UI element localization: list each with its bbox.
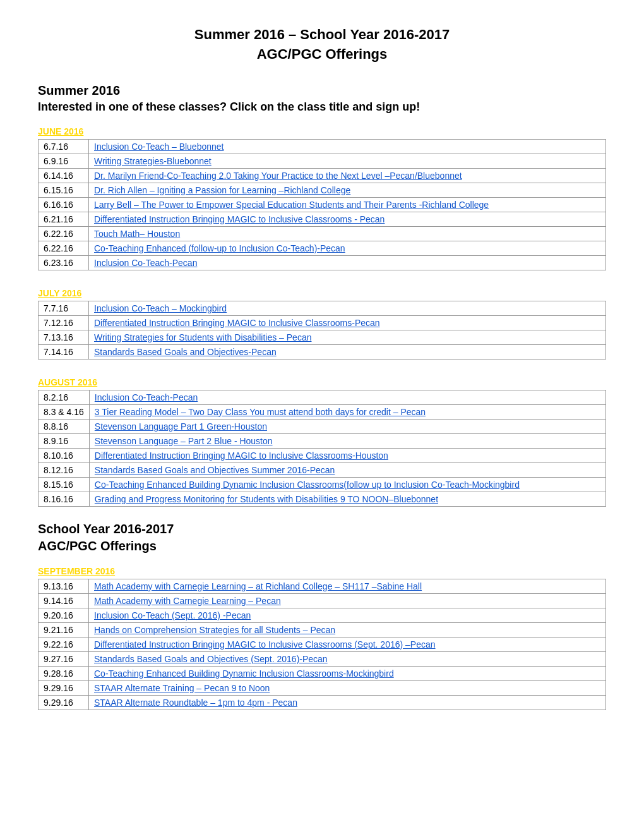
class-link-cell[interactable]: Larry Bell – The Power to Empower Specia…: [89, 197, 606, 212]
class-link-cell[interactable]: Standards Based Goals and Objectives (Se…: [89, 651, 606, 666]
class-link[interactable]: Dr. Marilyn Friend-Co-Teaching 2.0 Takin…: [94, 171, 462, 181]
class-link-cell[interactable]: Standards Based Goals and Objectives-Pec…: [89, 344, 606, 359]
class-link-cell[interactable]: Writing Strategies-Bluebonnet: [89, 154, 606, 168]
class-link[interactable]: Math Academy with Carnegie Learning – Pe…: [94, 596, 281, 606]
date-cell: 6.14.16: [39, 168, 89, 183]
class-link[interactable]: Inclusion Co-Teach-Pecan: [94, 258, 197, 268]
class-link[interactable]: Math Academy with Carnegie Learning – at…: [94, 581, 422, 591]
class-link-cell[interactable]: STAAR Alternate Training – Pecan 9 to No…: [89, 680, 606, 695]
class-link[interactable]: Standards Based Goals and Objectives Sum…: [95, 465, 335, 475]
class-link-cell[interactable]: Inclusion Co-Teach – Bluebonnet: [89, 139, 606, 154]
class-link-cell[interactable]: Differentiated Instruction Bringing MAGI…: [89, 315, 606, 330]
class-link-cell[interactable]: Math Academy with Carnegie Learning – Pe…: [89, 593, 606, 608]
class-link-cell[interactable]: STAAR Alternate Roundtable – 1pm to 4pm …: [89, 695, 606, 710]
class-link[interactable]: Writing Strategies for Students with Dis…: [94, 332, 311, 342]
date-cell: 8.15.16: [39, 477, 90, 492]
class-link-cell[interactable]: Stevenson Language – Part 2 Blue - Houst…: [89, 433, 605, 448]
class-link-cell[interactable]: Stevenson Language Part 1 Green-Houston: [89, 419, 605, 433]
class-link[interactable]: Grading and Progress Monitoring for Stud…: [95, 494, 438, 504]
class-link[interactable]: Inclusion Co-Teach – Mockingbird: [94, 303, 227, 313]
class-link-cell[interactable]: Inclusion Co-Teach (Sept. 2016) -Pecan: [89, 608, 606, 622]
class-link-cell[interactable]: Inclusion Co-Teach – Mockingbird: [89, 301, 606, 315]
table-row: 9.28.16Co-Teaching Enhanced Building Dyn…: [39, 666, 606, 680]
date-cell: 9.29.16: [39, 695, 89, 710]
class-link[interactable]: Differentiated Instruction Bringing MAGI…: [94, 639, 436, 650]
june-header: JUNE 2016: [38, 124, 606, 139]
table-row: 8.12.16Standards Based Goals and Objecti…: [39, 462, 606, 477]
date-cell: 7.12.16: [39, 315, 89, 330]
date-cell: 9.27.16: [39, 651, 89, 666]
school-year-section: School Year 2016-2017 AGC/PGC Offerings …: [38, 522, 606, 710]
class-link-cell[interactable]: Math Academy with Carnegie Learning – at…: [89, 579, 606, 593]
class-link-cell[interactable]: Co-Teaching Enhanced (follow-up to Inclu…: [89, 241, 606, 255]
class-link[interactable]: Hands on Comprehension Strategies for al…: [94, 625, 335, 635]
class-link-cell[interactable]: Hands on Comprehension Strategies for al…: [89, 622, 606, 637]
class-link[interactable]: Inclusion Co-Teach – Bluebonnet: [94, 142, 224, 152]
class-link[interactable]: STAAR Alternate Training – Pecan 9 to No…: [94, 683, 270, 693]
class-link-cell[interactable]: Differentiated Instruction Bringing MAGI…: [89, 637, 606, 651]
class-link-cell[interactable]: Inclusion Co-Teach-Pecan: [89, 390, 605, 404]
class-link-cell[interactable]: Co-Teaching Enhanced Building Dynamic In…: [89, 477, 605, 492]
class-link-cell[interactable]: Touch Math– Houston: [89, 226, 606, 241]
class-link[interactable]: 3 Tier Reading Model – Two Day Class You…: [95, 407, 426, 417]
class-link-cell[interactable]: Standards Based Goals and Objectives Sum…: [89, 462, 605, 477]
date-cell: 6.9.16: [39, 154, 89, 168]
date-cell: 8.16.16: [39, 492, 90, 506]
class-link-cell[interactable]: Co-Teaching Enhanced Building Dynamic In…: [89, 666, 606, 680]
class-link[interactable]: Writing Strategies-Bluebonnet: [94, 156, 212, 166]
table-row: 8.16.16Grading and Progress Monitoring f…: [39, 492, 606, 506]
class-link-cell[interactable]: Dr. Rich Allen – Igniting a Passion for …: [89, 183, 606, 197]
school-year-subheading: AGC/PGC Offerings: [38, 539, 606, 553]
class-link[interactable]: Inclusion Co-Teach (Sept. 2016) -Pecan: [94, 610, 251, 620]
class-link[interactable]: STAAR Alternate Roundtable – 1pm to 4pm …: [94, 698, 297, 708]
date-cell: 8.2.16: [39, 390, 90, 404]
august-section: AUGUST 2016 8.2.16Inclusion Co-Teach-Pec…: [38, 375, 606, 507]
class-link[interactable]: Touch Math– Houston: [94, 229, 180, 239]
class-link[interactable]: Standards Based Goals and Objectives-Pec…: [94, 347, 277, 357]
class-link[interactable]: Differentiated Instruction Bringing MAGI…: [94, 318, 380, 328]
class-link[interactable]: Co-Teaching Enhanced Building Dynamic In…: [94, 668, 394, 679]
table-row: 9.27.16Standards Based Goals and Objecti…: [39, 651, 606, 666]
class-link-cell[interactable]: Writing Strategies for Students with Dis…: [89, 330, 606, 344]
class-link[interactable]: Standards Based Goals and Objectives (Se…: [94, 654, 328, 664]
class-link-cell[interactable]: Differentiated Instruction Bringing MAGI…: [89, 212, 606, 226]
table-row: 6.7.16Inclusion Co-Teach – Bluebonnet: [39, 139, 606, 154]
class-link[interactable]: Differentiated Instruction Bringing MAGI…: [94, 214, 385, 224]
august-table: 8.2.16Inclusion Co-Teach-Pecan8.3 & 4.16…: [38, 390, 606, 507]
table-row: 9.29.16STAAR Alternate Training – Pecan …: [39, 680, 606, 695]
class-link[interactable]: Dr. Rich Allen – Igniting a Passion for …: [94, 185, 350, 195]
table-row: 7.13.16Writing Strategies for Students w…: [39, 330, 606, 344]
table-row: 7.12.16Differentiated Instruction Bringi…: [39, 315, 606, 330]
table-row: 8.9.16Stevenson Language – Part 2 Blue -…: [39, 433, 606, 448]
table-row: 6.9.16Writing Strategies-Bluebonnet: [39, 154, 606, 168]
class-link-cell[interactable]: Differentiated Instruction Bringing MAGI…: [89, 448, 605, 462]
class-link-cell[interactable]: Dr. Marilyn Friend-Co-Teaching 2.0 Takin…: [89, 168, 606, 183]
class-link[interactable]: Co-Teaching Enhanced Building Dynamic In…: [95, 480, 520, 490]
table-row: 6.21.16Differentiated Instruction Bringi…: [39, 212, 606, 226]
date-cell: 8.3 & 4.16: [39, 404, 90, 419]
class-link[interactable]: Larry Bell – The Power to Empower Specia…: [94, 200, 489, 210]
date-cell: 9.20.16: [39, 608, 89, 622]
date-cell: 9.13.16: [39, 579, 89, 593]
class-link[interactable]: Stevenson Language – Part 2 Blue - Houst…: [95, 436, 273, 446]
date-cell: 6.16.16: [39, 197, 89, 212]
date-cell: 8.10.16: [39, 448, 90, 462]
date-cell: 7.14.16: [39, 344, 89, 359]
date-cell: 6.22.16: [39, 241, 89, 255]
class-link-cell[interactable]: 3 Tier Reading Model – Two Day Class You…: [89, 404, 605, 419]
class-link-cell[interactable]: Grading and Progress Monitoring for Stud…: [89, 492, 605, 506]
table-row: 8.10.16Differentiated Instruction Bringi…: [39, 448, 606, 462]
date-cell: 9.21.16: [39, 622, 89, 637]
class-link[interactable]: Differentiated Instruction Bringing MAGI…: [95, 450, 388, 461]
table-row: 6.16.16Larry Bell – The Power to Empower…: [39, 197, 606, 212]
table-row: 9.21.16Hands on Comprehension Strategies…: [39, 622, 606, 637]
date-cell: 6.21.16: [39, 212, 89, 226]
date-cell: 7.13.16: [39, 330, 89, 344]
class-link[interactable]: Stevenson Language Part 1 Green-Houston: [95, 421, 267, 432]
june-section: JUNE 2016 6.7.16Inclusion Co-Teach – Blu…: [38, 124, 606, 270]
class-link[interactable]: Co-Teaching Enhanced (follow-up to Inclu…: [94, 243, 345, 253]
class-link[interactable]: Inclusion Co-Teach-Pecan: [95, 392, 198, 402]
class-link-cell[interactable]: Inclusion Co-Teach-Pecan: [89, 255, 606, 270]
june-table: 6.7.16Inclusion Co-Teach – Bluebonnet6.9…: [38, 139, 606, 270]
date-cell: 6.7.16: [39, 139, 89, 154]
